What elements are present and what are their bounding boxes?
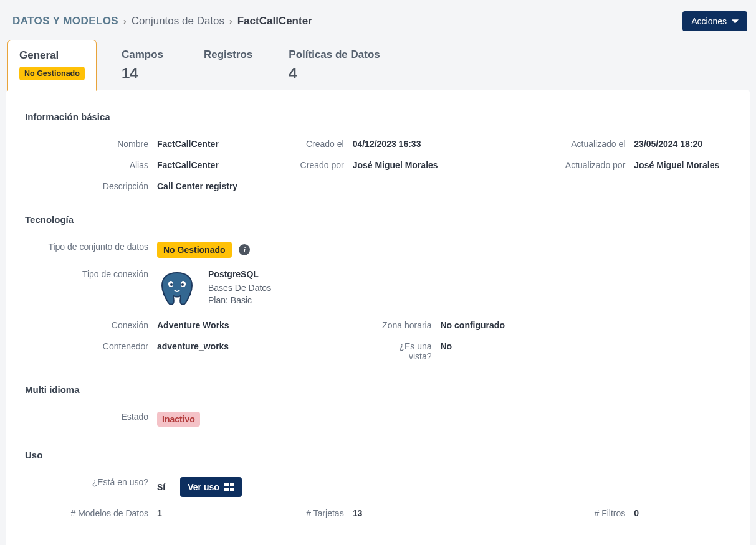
svg-rect-7	[230, 488, 234, 491]
breadcrumb-parent[interactable]: Conjuntos de Datos	[132, 15, 224, 27]
alias-value: FactCallCenter	[157, 160, 219, 170]
chevron-down-icon	[732, 18, 739, 25]
models-value: 1	[157, 508, 162, 518]
breadcrumb-current: FactCallCenter	[237, 15, 312, 27]
svg-rect-4	[224, 483, 229, 486]
tab-policies[interactable]: Políticas de Datos 4	[277, 40, 391, 91]
cards-value: 13	[353, 508, 363, 518]
ctype-category: Bases De Datos	[208, 283, 271, 293]
tab-records[interactable]: Registros	[193, 40, 264, 91]
actions-button-label: Acciones	[691, 16, 727, 26]
conn-value: Adventure Works	[157, 320, 229, 330]
createdby-label: Creado por	[261, 160, 353, 170]
ctype-name: PostgreSQL	[208, 269, 271, 279]
desc-label: Descripción	[25, 181, 157, 191]
breadcrumb: DATOS Y MODELOS › Conjuntos de Datos › F…	[12, 15, 312, 27]
breadcrumb-root[interactable]: DATOS Y MODELOS	[12, 15, 118, 27]
tab-general[interactable]: General No Gestionado	[7, 40, 97, 91]
svg-point-2	[170, 283, 173, 286]
section-basic: Información básica Nombre FactCallCenter…	[25, 111, 731, 197]
name-value: FactCallCenter	[157, 139, 219, 149]
updated-label: Actualizado el	[495, 139, 634, 149]
section-tech: Tecnología Tipo de conjunto de datos No …	[25, 214, 731, 367]
chevron-right-icon: ›	[229, 16, 232, 26]
tab-policies-count: 4	[289, 65, 380, 82]
isview-value: No	[441, 341, 452, 351]
section-usage: Uso ¿Está en uso? Sí Ver uso	[25, 450, 731, 524]
isview-label: ¿Es una vista?	[378, 341, 441, 361]
view-usage-button-label: Ver uso	[188, 482, 219, 492]
tab-general-label: General	[19, 49, 85, 62]
cards-label: # Tarjetas	[261, 508, 353, 518]
svg-rect-6	[224, 488, 229, 491]
tab-fields-count: 14	[122, 65, 168, 82]
svg-point-1	[181, 281, 186, 287]
chevron-right-icon: ›	[123, 16, 127, 26]
tab-records-label: Registros	[204, 49, 252, 61]
content-card: Información básica Nombre FactCallCenter…	[6, 90, 750, 545]
tab-fields-label: Campos	[122, 49, 168, 61]
info-icon[interactable]: i	[239, 244, 250, 255]
tab-policies-label: Políticas de Datos	[289, 49, 380, 61]
section-basic-title: Información básica	[25, 111, 731, 122]
updatedby-label: Actualizado por	[495, 160, 634, 170]
view-usage-button[interactable]: Ver uso	[180, 477, 242, 497]
inuse-value: Sí	[157, 482, 165, 492]
name-label: Nombre	[25, 139, 157, 149]
section-tech-title: Tecnología	[25, 214, 731, 225]
section-multilang: Multi idioma Estado Inactivo	[25, 384, 731, 432]
state-badge: Inactivo	[157, 412, 200, 427]
postgresql-icon	[157, 269, 197, 309]
alias-label: Alias	[25, 160, 157, 170]
updatedby-value: José Miguel Morales	[634, 160, 719, 170]
section-multilang-title: Multi idioma	[25, 384, 731, 395]
svg-point-0	[168, 281, 173, 287]
tab-general-badge: No Gestionado	[19, 67, 85, 80]
tab-fields[interactable]: Campos 14	[110, 40, 179, 91]
ctype-plan: Plan: Basic	[208, 295, 271, 305]
svg-rect-5	[230, 483, 234, 486]
container-label: Contenedor	[25, 341, 157, 351]
created-label: Creado el	[261, 139, 353, 149]
models-label: # Modelos de Datos	[25, 508, 157, 518]
actions-button[interactable]: Acciones	[682, 11, 747, 31]
desc-value: Call Center registry	[157, 181, 237, 191]
section-usage-title: Uso	[25, 450, 731, 460]
inuse-label: ¿Está en uso?	[25, 477, 157, 487]
ctype-label: Tipo de conexión	[25, 269, 157, 279]
tz-label: Zona horaria	[378, 320, 441, 330]
createdby-value: José Miguel Morales	[353, 160, 438, 170]
conn-label: Conexión	[25, 320, 157, 330]
filters-label: # Filtros	[495, 508, 634, 518]
tabs: General No Gestionado Campos 14 Registro…	[6, 40, 750, 91]
grid-icon	[224, 483, 234, 491]
dstype-badge: No Gestionado	[157, 242, 232, 258]
created-value: 04/12/2023 16:33	[353, 139, 421, 149]
dstype-label: Tipo de conjunto de datos	[25, 242, 157, 252]
tz-value: No configurado	[441, 320, 505, 330]
svg-point-3	[181, 283, 184, 286]
updated-value: 23/05/2024 18:20	[634, 139, 702, 149]
filters-value: 0	[634, 508, 639, 518]
state-label: Estado	[25, 412, 157, 422]
container-value: adventure_works	[157, 341, 229, 351]
